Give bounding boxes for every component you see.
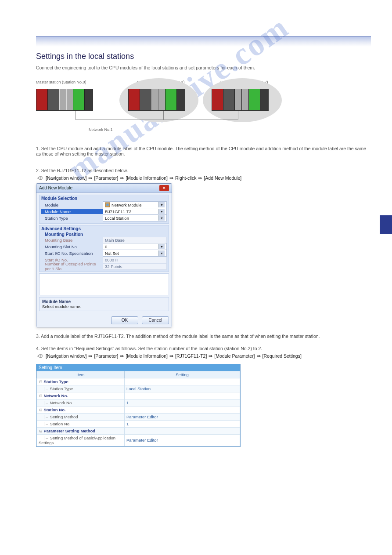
label-master: Master station (Station No.0) [36, 80, 86, 84]
value-module-name: RJ71GF11-T2 [105, 209, 131, 214]
nav-item: [Module Information] [126, 353, 168, 359]
arrow-icon: ⇒ [120, 175, 124, 181]
nav-item: [Add New Module] [204, 175, 241, 181]
nav-item: [RJ71GF11-T2] [175, 353, 207, 359]
setting-item-cell: ⊟ Station No. [37, 406, 125, 413]
setting-value-cell[interactable]: Parameter Editor [125, 413, 240, 420]
section-title: Settings in the local stations [36, 52, 371, 61]
field-start-io-spec[interactable]: Not Set▼ [103, 250, 167, 257]
nav-item: [Module Parameter] [214, 353, 255, 359]
setting-value-cell [125, 427, 240, 434]
mouse-icon [36, 175, 44, 181]
chevron-down-icon[interactable]: ▼ [158, 215, 165, 221]
setting-item-cell: ⊟ Station Type [37, 378, 125, 385]
nav-item: [Parameter] [94, 353, 118, 359]
label-module-name: Module Name [41, 209, 103, 214]
setting-value-cell[interactable]: Parameter Editor [125, 434, 240, 446]
arrow-icon: ⇒ [169, 175, 173, 181]
nav-item: Right-click [175, 175, 196, 181]
intro-text: Connect the engineering tool to the CPU … [36, 65, 371, 71]
label-start-io-spec: Start I/O No. Specification [41, 251, 103, 256]
section-header-bar [36, 36, 371, 47]
field-module-name[interactable]: RJ71GF11-T2 ▼ [103, 208, 167, 215]
nav-item: [Parameter] [94, 175, 118, 181]
cancel-button[interactable]: Cancel [142, 316, 169, 324]
field-mounting-slot[interactable]: 0▼ [103, 243, 167, 250]
field-occupied-points: 32 Points [103, 263, 167, 270]
chevron-down-icon[interactable]: ▼ [158, 244, 165, 249]
step-3: 3. Add a module label of the RJ71GF11-T2… [36, 334, 371, 339]
chevron-down-icon[interactable]: ▼ [158, 250, 165, 256]
mouse-icon [36, 353, 44, 359]
setting-item-panel: Setting Item Item Setting ⊟ Station Type… [36, 364, 241, 447]
sub-mounting-position: Mounting Position [41, 232, 167, 237]
nav-item: [Navigation window] [46, 353, 86, 359]
description-panel: Module Name Select module name. [39, 297, 169, 311]
value-station-type: Local Station [105, 216, 129, 221]
label-network: Network No.1 [89, 127, 113, 132]
arrow-icon: ⇒ [120, 353, 124, 359]
dialog-title: Add New Module [39, 185, 72, 190]
label-module: Module [41, 203, 103, 207]
field-start-io: 0000 H [103, 257, 167, 263]
col-setting: Setting [125, 371, 240, 378]
arrow-icon: ⇒ [198, 175, 202, 181]
group-module-selection: Module Selection [41, 196, 167, 201]
label-mounting-slot: Mounting Slot No. [41, 244, 103, 249]
desc-text: Select module name. [42, 304, 81, 309]
setting-item-cell: |— Station Type [37, 385, 125, 392]
setting-item-cell: ⊟ Network No. [37, 392, 125, 399]
field-module[interactable]: Network Module ▼ [103, 201, 167, 208]
chevron-down-icon[interactable]: ▼ [158, 209, 165, 214]
field-station-type[interactable]: Local Station ▼ [103, 214, 167, 221]
nav-item: [Navigation window] [46, 175, 86, 181]
network-module-icon [105, 202, 110, 207]
desc-heading: Module Name [42, 299, 71, 304]
arrow-icon: ⇒ [169, 353, 173, 359]
close-icon[interactable]: ✕ [159, 185, 169, 191]
setting-value-cell[interactable]: 1 [125, 399, 240, 406]
setting-value-cell [125, 406, 240, 413]
nav-item: [Required Settings] [263, 353, 302, 359]
arrow-icon: ⇒ [209, 353, 212, 359]
nav-item: [Module Information] [126, 175, 168, 181]
setting-value-cell[interactable]: Local Station [125, 385, 240, 392]
setting-item-cell: |— Network No. [37, 399, 125, 406]
settings-header: Setting Item [36, 364, 240, 371]
step-2: 2. Set the RJ71GF11-T2 as described belo… [36, 168, 371, 173]
label-mounting-base: Mounting Base [41, 238, 103, 243]
value-module: Network Module [111, 203, 142, 207]
setting-item-cell: |— Station No. [37, 420, 125, 427]
col-item: Item [37, 371, 125, 378]
nav-path-1: [Navigation window] ⇒ [Parameter] ⇒ [Mod… [36, 175, 241, 181]
arrow-icon: ⇒ [88, 353, 92, 359]
step-1: 1. Set the CPU module and add a module l… [36, 146, 371, 156]
setting-value-cell[interactable]: 1 [125, 420, 240, 427]
label-station-type: Station Type [41, 216, 103, 221]
ok-button[interactable]: OK [111, 316, 138, 324]
arrow-icon: ⇒ [257, 353, 261, 359]
field-mounting-base: Main Base [103, 237, 167, 243]
step-4: 4. Set the items in "Required Settings" … [36, 346, 371, 351]
svg-point-2 [106, 203, 109, 206]
group-advanced-settings: Advanced Settings [41, 226, 167, 231]
setting-item-cell: ⊟ Parameter Setting Method [37, 427, 125, 434]
nav-path-2: [Navigation window] ⇒ [Parameter] ⇒ [Mod… [36, 353, 302, 359]
label-occupied-points: Number of Occupied Points per 1 Slo [41, 261, 103, 271]
setting-item-cell: |— Setting Method [37, 413, 125, 420]
setting-item-cell: |— Setting Method of Basic/Application S… [37, 434, 125, 446]
add-new-module-dialog: Add New Module ✕ Module Selection Module… [36, 183, 172, 327]
network-diagram: Master station (Station No.0) Network No… [36, 76, 371, 133]
setting-value-cell [125, 378, 240, 385]
setting-value-cell [125, 392, 240, 399]
arrow-icon: ⇒ [88, 175, 92, 181]
empty-list-area [39, 273, 169, 295]
chevron-down-icon[interactable]: ▼ [158, 202, 165, 207]
